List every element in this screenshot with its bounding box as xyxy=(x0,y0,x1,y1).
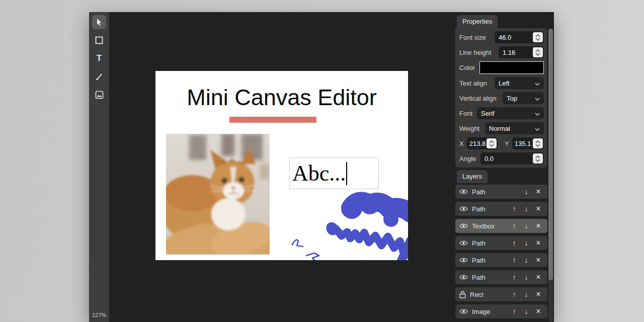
angle-field xyxy=(480,152,544,165)
layer-row[interactable]: Rect ↑ ↓ × xyxy=(455,287,547,301)
layer-row[interactable]: Path ↑ ↓ × xyxy=(455,185,547,199)
visibility-eye-icon[interactable] xyxy=(459,257,468,263)
font-value: Serif xyxy=(481,110,495,117)
layer-delete-button[interactable]: × xyxy=(534,273,543,281)
font-size-input[interactable] xyxy=(495,34,531,41)
layer-row[interactable]: Image ↑ ↓ × xyxy=(455,304,547,318)
layer-row[interactable]: Path ↑ ↓ × xyxy=(455,202,547,216)
line-height-field xyxy=(499,46,544,58)
properties-panel: Font size Line height xyxy=(455,28,547,168)
visibility-eye-icon[interactable] xyxy=(459,240,468,246)
tab-layers[interactable]: Layers xyxy=(457,170,488,183)
layer-name: Path xyxy=(472,274,507,281)
brush-tool-button[interactable] xyxy=(92,69,106,84)
text-align-select[interactable]: Left xyxy=(495,77,544,89)
line-height-input[interactable] xyxy=(499,49,531,56)
layer-move-up-button[interactable]: ↑ xyxy=(510,257,519,264)
desktop: T 127% xyxy=(0,0,644,322)
angle-label: Angle xyxy=(458,155,476,163)
layer-move-down-button[interactable]: ↓ xyxy=(522,239,531,247)
freehand-drawing[interactable] xyxy=(155,71,408,260)
font-row: Font Serif xyxy=(458,107,544,119)
visibility-eye-icon[interactable] xyxy=(459,223,468,229)
rectangle-icon xyxy=(95,36,103,44)
image-tool-button[interactable] xyxy=(92,88,106,102)
color-swatch[interactable] xyxy=(479,61,544,74)
color-row: Color xyxy=(458,61,544,74)
drawing-canvas[interactable]: Mini Canvas Editor xyxy=(155,71,408,260)
layer-row[interactable]: Path ↑ ↓ × xyxy=(455,236,547,250)
x-stepper[interactable] xyxy=(487,138,497,148)
text-tool-icon: T xyxy=(97,53,102,63)
layer-move-down-button[interactable]: ↓ xyxy=(522,222,531,229)
y-input[interactable] xyxy=(512,140,532,147)
visibility-eye-icon[interactable] xyxy=(459,189,468,195)
y-label: Y xyxy=(504,140,509,147)
cursor-icon xyxy=(95,18,104,27)
weight-select[interactable]: Normal xyxy=(485,122,544,134)
lock-icon[interactable] xyxy=(459,291,466,298)
layer-delete-button[interactable]: × xyxy=(534,222,543,230)
layer-delete-button[interactable]: × xyxy=(534,290,543,298)
layer-move-down-button[interactable]: ↓ xyxy=(522,274,531,281)
font-select[interactable]: Serif xyxy=(477,107,544,119)
layer-move-up-button[interactable]: ↑ xyxy=(510,274,519,281)
layer-row[interactable]: Textbox ↑ ↓ × xyxy=(455,219,547,233)
visibility-eye-icon[interactable] xyxy=(459,274,468,280)
layer-row[interactable]: Path ↑ ↓ × xyxy=(455,270,547,284)
font-size-field xyxy=(495,31,544,43)
y-field xyxy=(512,137,544,149)
visibility-eye-icon[interactable] xyxy=(459,206,468,212)
vertical-align-label: Vertical align xyxy=(458,95,497,102)
angle-stepper[interactable] xyxy=(533,153,543,164)
rectangle-tool-button[interactable] xyxy=(92,33,106,47)
select-tool-button[interactable] xyxy=(92,15,106,29)
layer-name: Path xyxy=(472,188,507,196)
app-window: T 127% xyxy=(89,12,554,322)
weight-value: Normal xyxy=(489,125,510,132)
layer-delete-button[interactable]: × xyxy=(534,256,543,264)
text-align-label: Text align xyxy=(458,79,487,87)
layer-move-down-button[interactable]: ↓ xyxy=(522,291,531,298)
font-label: Font xyxy=(458,110,472,117)
angle-input[interactable] xyxy=(480,155,531,163)
x-field xyxy=(467,137,498,149)
angle-row: Angle xyxy=(458,152,544,165)
visibility-eye-icon[interactable] xyxy=(459,308,468,314)
layer-delete-button[interactable]: × xyxy=(534,307,543,315)
layer-move-down-button[interactable]: ↓ xyxy=(522,257,531,264)
layer-move-up-button[interactable]: ↑ xyxy=(510,291,519,298)
layer-move-up-button[interactable]: ↑ xyxy=(510,205,519,212)
layer-name: Path xyxy=(472,239,507,247)
layer-delete-button[interactable]: × xyxy=(534,205,543,213)
font-size-label: Font size xyxy=(458,34,486,41)
chevron-down-icon xyxy=(535,109,540,118)
panel-scrollbar-track[interactable] xyxy=(548,29,553,322)
layer-move-up-button[interactable]: ↑ xyxy=(510,239,519,247)
y-stepper[interactable] xyxy=(533,138,543,148)
position-row: X Y xyxy=(458,137,544,149)
chevron-down-icon xyxy=(535,94,540,103)
layer-move-down-button[interactable]: ↓ xyxy=(522,308,531,315)
layer-delete-button[interactable]: × xyxy=(534,188,543,196)
tab-properties[interactable]: Properties xyxy=(457,15,498,28)
layer-row[interactable]: Path ↑ ↓ × xyxy=(455,253,547,267)
line-height-stepper[interactable] xyxy=(533,47,543,57)
layer-move-down-button[interactable]: ↓ xyxy=(522,205,531,212)
layer-move-up-button[interactable]: ↑ xyxy=(510,222,519,229)
layer-move-up-button[interactable]: ↑ xyxy=(510,308,519,315)
panel-scrollbar-thumb[interactable] xyxy=(548,29,553,280)
brush-icon xyxy=(95,72,104,81)
font-size-row: Font size xyxy=(458,31,544,43)
vertical-align-value: Top xyxy=(507,95,517,102)
x-input[interactable] xyxy=(467,140,486,147)
text-align-value: Left xyxy=(499,79,510,87)
layer-name: Path xyxy=(472,205,507,213)
text-tool-button[interactable]: T xyxy=(92,51,106,65)
line-height-label: Line height xyxy=(458,49,492,56)
layer-delete-button[interactable]: × xyxy=(534,239,543,247)
vertical-align-select[interactable]: Top xyxy=(503,92,544,104)
tool-sidebar: T 127% xyxy=(89,12,109,322)
font-size-stepper[interactable] xyxy=(533,32,543,42)
layer-move-down-button[interactable]: ↓ xyxy=(522,188,531,195)
